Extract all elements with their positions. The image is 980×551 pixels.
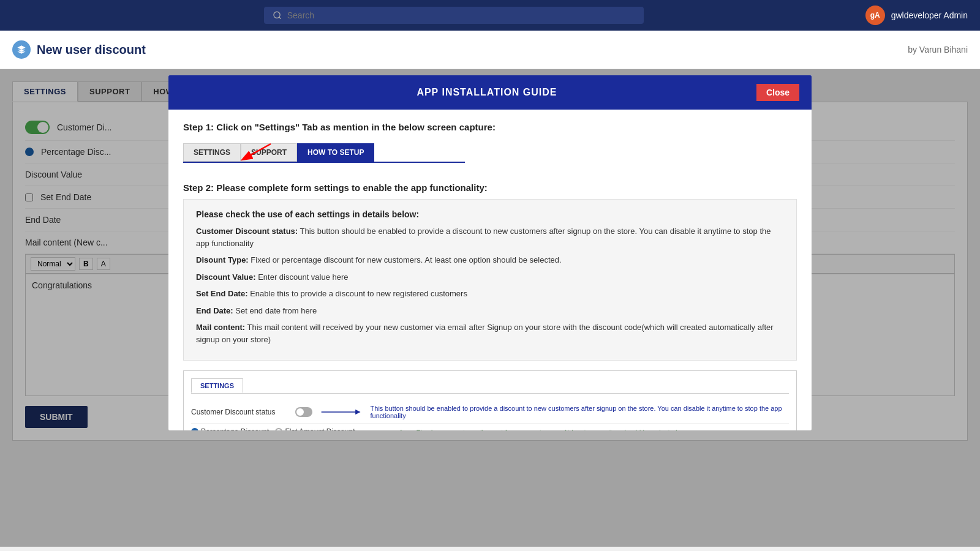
guide-tab-settings[interactable]: SETTINGS: [191, 378, 243, 393]
avatar: gA: [865, 6, 885, 25]
search-icon: [273, 10, 282, 20]
info-row-6: Mail content: This mail content will rec…: [196, 321, 784, 345]
guide-flat-radio: [275, 428, 282, 430]
app-title: New user discount: [12, 40, 146, 59]
search-input[interactable]: [287, 10, 636, 20]
guide-percentage-radio: [191, 428, 198, 430]
red-arrow-icon: [237, 141, 274, 165]
app-icon: [12, 40, 31, 59]
info-row-3: Discount Value: Enter discount value her…: [196, 271, 784, 283]
author-text: by Varun Bihani: [908, 45, 968, 54]
info-row-2: Disount Type: Fixed or percentage discou…: [196, 254, 784, 266]
blue-arrow-1-icon: [318, 407, 364, 417]
step1-title: Step 1: Click on "Settings" Tab as menti…: [183, 122, 797, 132]
svg-line-2: [243, 144, 271, 159]
top-navbar: gA gwldeveloper Admin: [0, 0, 980, 31]
info-row-1: Customer Discount status: This button sh…: [196, 225, 784, 249]
guide-image: SETTINGS Customer Discount status: [183, 370, 797, 430]
mini-tab-settings[interactable]: SETTINGS: [183, 143, 241, 162]
info-row-4: Set End Date: Enable this to provide a d…: [196, 288, 784, 300]
info-box: Please check the use of each settings in…: [183, 199, 797, 361]
modal-dialog: APP INSTALLATION GUIDE Close Step 1: Cli…: [168, 75, 812, 430]
search-bar[interactable]: [264, 7, 644, 24]
guide-row-discount-type: Percentage Discount Flat Amount Discount: [191, 424, 789, 430]
guide-row-customer-discount: Customer Discount status This button s: [191, 401, 789, 424]
guide-tabs: SETTINGS: [191, 378, 789, 394]
modal-overlay: APP INSTALLATION GUIDE Close Step 1: Cli…: [0, 69, 980, 547]
modal-header: APP INSTALLATION GUIDE Close: [168, 75, 812, 110]
green-arrow-icon: [361, 427, 410, 430]
guide-customer-discount-label: Customer Discount status: [191, 408, 289, 416]
user-info: gA gwldeveloper Admin: [865, 6, 968, 25]
guide-discount-type-label: Percentage Discount Flat Amount Discount: [191, 427, 355, 430]
svg-point-0: [274, 12, 280, 18]
main-content: SETTINGS SUPPORT HOW TO SETUP Customer D…: [0, 69, 980, 547]
modal-body: Step 1: Click on "Settings" Tab as menti…: [168, 110, 812, 430]
guide-customer-discount-toggle: [295, 407, 312, 417]
guide-annotation-1: This button should be enabled to provide…: [371, 405, 789, 419]
user-name: gwldeveloper Admin: [891, 10, 968, 20]
mini-tab-how-to-setup[interactable]: HOW TO SETUP: [297, 143, 374, 162]
step2-title: Step 2: Please complete form settings to…: [183, 182, 797, 193]
close-modal-button[interactable]: Close: [756, 84, 799, 101]
guide-annotation-2: Fixed or percentage discount for new cus…: [416, 429, 677, 430]
mini-tabs: SETTINGS SUPPORT HOW TO SETUP: [183, 143, 465, 163]
modal-title: APP INSTALLATION GUIDE: [217, 87, 756, 98]
sub-header: New user discount by Varun Bihani: [0, 31, 980, 69]
app-title-text: New user discount: [37, 43, 146, 57]
svg-line-1: [279, 17, 281, 19]
info-row-5: End Date: Set end date from here: [196, 305, 784, 317]
info-box-title: Please check the use of each settings in…: [196, 209, 784, 219]
